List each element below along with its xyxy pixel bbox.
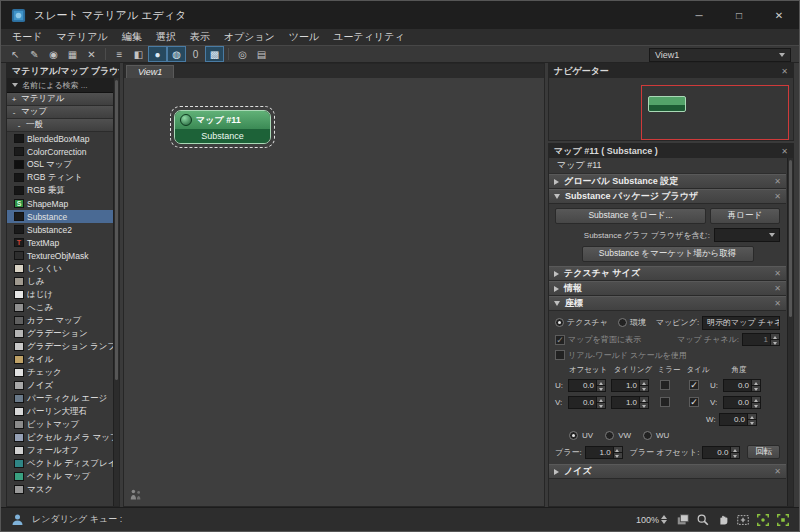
environment-radio[interactable]: [618, 318, 627, 327]
u-mirror-checkbox[interactable]: [660, 380, 670, 390]
list-item[interactable]: カラー マップ: [7, 314, 113, 327]
vw-radio[interactable]: [605, 431, 614, 440]
minimize-button[interactable]: ─: [679, 1, 719, 29]
v-tile-checkbox[interactable]: ✓: [689, 397, 699, 407]
spinner-down-icon[interactable]: [752, 402, 760, 408]
list-item[interactable]: パーティクル エージ: [7, 392, 113, 405]
list-item[interactable]: ベクトル マップ: [7, 470, 113, 483]
search-row[interactable]: 名前による検索 ...: [7, 78, 119, 93]
rollout-texture-size[interactable]: テクスチャ サイズ: [549, 266, 786, 281]
wu-radio[interactable]: [643, 431, 652, 440]
expander-icon[interactable]: +: [10, 95, 18, 104]
list-item[interactable]: ビットマップ: [7, 418, 113, 431]
browser-scrollbar[interactable]: [113, 78, 119, 506]
list-item[interactable]: TTextMap: [7, 236, 113, 249]
map-channel-spinner[interactable]: 1: [742, 333, 780, 346]
rollout-info[interactable]: 情報: [549, 281, 786, 296]
show-background-icon[interactable]: 0: [186, 46, 205, 62]
search-input[interactable]: 名前による検索 ...: [22, 80, 87, 91]
material-id-channel-icon[interactable]: ▩: [205, 46, 224, 62]
node-selection-outline[interactable]: マップ #11 Substance: [170, 106, 275, 148]
spinner-down-icon[interactable]: [640, 402, 648, 408]
scrollbar-thumb[interactable]: [789, 160, 792, 317]
parameter-scrollbar[interactable]: [787, 158, 793, 506]
menu-select[interactable]: 選択: [149, 30, 183, 44]
zoom-spinner-arrows-icon[interactable]: [661, 515, 667, 524]
list-item[interactable]: ノイズ: [7, 379, 113, 392]
list-item[interactable]: チェック: [7, 366, 113, 379]
list-item[interactable]: ColorCorrection: [7, 145, 113, 158]
spinner-down-icon[interactable]: [614, 452, 622, 458]
expander-icon[interactable]: -: [15, 121, 23, 130]
list-item[interactable]: フォールオフ: [7, 444, 113, 457]
menu-material[interactable]: マテリアル: [49, 30, 114, 44]
show-map-on-back-checkbox[interactable]: ✓: [555, 335, 565, 345]
navigator-minimap[interactable]: [549, 78, 793, 140]
spinner-down-icon[interactable]: [771, 339, 779, 345]
menu-edit[interactable]: 編集: [115, 30, 149, 44]
list-item[interactable]: タイル: [7, 353, 113, 366]
zoom-level-spinner[interactable]: 100%: [636, 515, 667, 525]
select-tool-icon[interactable]: ↖: [6, 46, 25, 62]
w-angle-spinner[interactable]: 0.0: [719, 413, 757, 426]
spinner-down-icon[interactable]: [640, 385, 648, 391]
spinner-down-icon[interactable]: [731, 452, 739, 458]
v-offset-spinner[interactable]: 0.0: [568, 396, 606, 409]
list-item[interactable]: マスク: [7, 483, 113, 496]
list-item[interactable]: Substance2: [7, 223, 113, 236]
list-item-selected[interactable]: Substance: [7, 210, 113, 223]
node-header[interactable]: マップ #11: [175, 111, 270, 129]
layout-all-icon[interactable]: ≡: [110, 46, 129, 62]
search-options-icon[interactable]: [12, 83, 18, 87]
mapping-select[interactable]: 明示的マップ チャネル: [702, 316, 780, 330]
u-tile-checkbox[interactable]: ✓: [689, 380, 699, 390]
reload-button[interactable]: 再ロード: [710, 208, 780, 224]
rotate-button[interactable]: 回転: [747, 445, 780, 459]
v-angle-spinner[interactable]: 0.0: [723, 396, 761, 409]
graph-browser-select[interactable]: [714, 228, 780, 242]
u-offset-spinner[interactable]: 0.0: [568, 379, 606, 392]
v-mirror-checkbox[interactable]: [660, 397, 670, 407]
show-shaded-material-icon[interactable]: ◍: [167, 46, 186, 62]
delete-icon[interactable]: ✕: [82, 46, 101, 62]
layout-stack-button[interactable]: [674, 512, 691, 528]
menu-view[interactable]: 表示: [183, 30, 217, 44]
select-by-material-icon[interactable]: ◎: [233, 46, 252, 62]
real-world-scale-checkbox[interactable]: [555, 350, 565, 360]
list-item[interactable]: OSL マップ: [7, 158, 113, 171]
assign-material-icon[interactable]: ◉: [44, 46, 63, 62]
rollout-coordinates[interactable]: 座標: [549, 296, 786, 311]
navigator-header[interactable]: ナビゲーター: [549, 64, 793, 78]
menu-options[interactable]: オプション: [217, 30, 282, 44]
spinner-down-icon[interactable]: [748, 419, 756, 425]
u-angle-spinner[interactable]: 0.0: [723, 379, 761, 392]
rollout-substance-package[interactable]: Substance パッケージ ブラウザ: [549, 189, 786, 204]
spinner-down-icon[interactable]: [752, 385, 760, 391]
navigator-view-rect[interactable]: [641, 85, 789, 140]
rollout-noise[interactable]: ノイズ: [549, 464, 786, 479]
list-item[interactable]: ピクセル カメラ マップ: [7, 431, 113, 444]
list-item[interactable]: SShapeMap: [7, 197, 113, 210]
zoom-tool-button[interactable]: [694, 512, 711, 528]
list-item[interactable]: BlendedBoxMap: [7, 132, 113, 145]
group-general[interactable]: - 一般: [7, 119, 119, 132]
pick-material-icon[interactable]: ✎: [25, 46, 44, 62]
tab-view1[interactable]: View1: [126, 65, 174, 78]
list-item[interactable]: しみ: [7, 275, 113, 288]
list-item[interactable]: TextureObjMask: [7, 249, 113, 262]
parameter-panel-header[interactable]: マップ #11 ( Substance ): [549, 144, 793, 158]
node-name-field[interactable]: マップ #11: [549, 158, 786, 174]
hide-unused-nodeslots-icon[interactable]: ◧: [129, 46, 148, 62]
group-materials[interactable]: + マテリアル: [7, 93, 119, 106]
blur-spinner[interactable]: 1.0: [585, 446, 623, 459]
menu-mode[interactable]: モード: [5, 30, 49, 44]
zoom-extents-button[interactable]: [754, 512, 771, 528]
show-end-result-icon[interactable]: ●: [148, 46, 167, 62]
rollout-global-substance[interactable]: グローバル Substance 設定: [549, 174, 786, 189]
zoom-region-button[interactable]: [734, 512, 751, 528]
zoom-extents-selected-button[interactable]: [774, 512, 791, 528]
put-to-library-icon[interactable]: ▦: [63, 46, 82, 62]
substance-map-node[interactable]: マップ #11 Substance: [174, 110, 271, 144]
load-substance-button[interactable]: Substance をロード...: [555, 208, 706, 224]
browser-panel-header[interactable]: マテリアル/マップ ブラウザ: [7, 64, 119, 78]
